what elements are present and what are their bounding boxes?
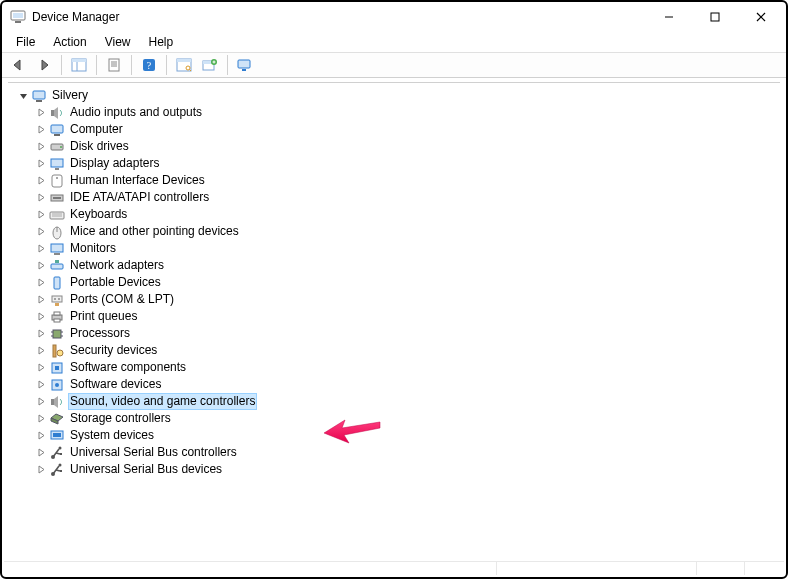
tree-item[interactable]: Print queues <box>34 308 780 325</box>
chevron-right-icon[interactable] <box>34 240 48 257</box>
tree-item[interactable]: Disk drives <box>34 138 780 155</box>
tree-item[interactable]: System devices <box>34 427 780 444</box>
chevron-right-icon[interactable] <box>34 257 48 274</box>
tree-item[interactable]: Security devices <box>34 342 780 359</box>
svg-point-52 <box>58 298 60 300</box>
toolbar-separator <box>166 55 167 75</box>
scan-hardware-button[interactable] <box>172 54 196 76</box>
menu-view[interactable]: View <box>97 34 139 50</box>
tree-item[interactable]: Processors <box>34 325 780 342</box>
system-icon <box>49 428 65 444</box>
svg-rect-35 <box>55 168 59 170</box>
ports-icon <box>49 292 65 308</box>
svg-rect-56 <box>54 319 60 322</box>
help-button[interactable]: ? <box>137 54 161 76</box>
menu-file[interactable]: File <box>8 34 43 50</box>
chevron-right-icon[interactable] <box>34 223 48 240</box>
tree-item-label: Security devices <box>68 342 159 359</box>
tree-item[interactable]: Keyboards <box>34 206 780 223</box>
svg-point-73 <box>59 446 62 449</box>
devices-by-connection-button[interactable] <box>233 54 257 76</box>
tree-item-label: Audio inputs and outputs <box>68 104 204 121</box>
maximize-button[interactable] <box>692 2 738 32</box>
chevron-right-icon[interactable] <box>34 121 48 138</box>
tree-item[interactable]: Portable Devices <box>34 274 780 291</box>
mouse-icon <box>49 224 65 240</box>
toolbar-separator <box>227 55 228 75</box>
svg-rect-34 <box>51 159 63 167</box>
storage-icon <box>49 411 65 427</box>
tree-item-label: Human Interface Devices <box>68 172 207 189</box>
tree-item[interactable]: Mice and other pointing devices <box>34 223 780 240</box>
tree-item[interactable]: Audio inputs and outputs <box>34 104 780 121</box>
tree-item[interactable]: Universal Serial Bus devices <box>34 461 780 478</box>
chevron-right-icon[interactable] <box>34 104 48 121</box>
chevron-right-icon[interactable] <box>34 427 48 444</box>
software-component-icon <box>49 360 65 376</box>
svg-rect-8 <box>72 59 86 62</box>
chevron-right-icon[interactable] <box>34 189 48 206</box>
software-icon <box>49 377 65 393</box>
chevron-right-icon[interactable] <box>34 308 48 325</box>
svg-rect-29 <box>51 110 54 116</box>
tree-item[interactable]: IDE ATA/ATAPI controllers <box>34 189 780 206</box>
chevron-right-icon[interactable] <box>34 291 48 308</box>
monitor-icon <box>49 241 65 257</box>
ide-icon <box>49 190 65 206</box>
svg-rect-26 <box>242 69 246 71</box>
svg-rect-50 <box>52 296 62 302</box>
back-button[interactable] <box>6 54 30 76</box>
tree-item-label: Mice and other pointing devices <box>68 223 241 240</box>
device-tree[interactable]: SilveryAudio inputs and outputsComputerD… <box>8 87 780 478</box>
tree-item[interactable]: Monitors <box>34 240 780 257</box>
keyboard-icon <box>49 207 65 223</box>
chevron-right-icon[interactable] <box>34 342 48 359</box>
window-title: Device Manager <box>32 10 119 24</box>
processor-icon <box>49 326 65 342</box>
chevron-right-icon[interactable] <box>34 359 48 376</box>
tree-item[interactable]: Network adapters <box>34 257 780 274</box>
chevron-right-icon[interactable] <box>34 444 48 461</box>
svg-rect-80 <box>60 470 62 472</box>
chevron-right-icon[interactable] <box>34 410 48 427</box>
properties-button[interactable] <box>102 54 126 76</box>
menu-help[interactable]: Help <box>141 34 182 50</box>
titlebar: Device Manager <box>2 2 786 32</box>
svg-rect-47 <box>51 264 63 269</box>
tree-item[interactable]: Human Interface Devices <box>34 172 780 189</box>
chevron-right-icon[interactable] <box>34 393 48 410</box>
tree-item[interactable]: Software devices <box>34 376 780 393</box>
svg-rect-68 <box>51 399 54 405</box>
chevron-right-icon[interactable] <box>34 274 48 291</box>
show-hide-tree-button[interactable] <box>67 54 91 76</box>
tree-item[interactable]: Display adapters <box>34 155 780 172</box>
svg-line-74 <box>56 453 60 454</box>
menu-action[interactable]: Action <box>45 34 94 50</box>
tree-item[interactable]: Software components <box>34 359 780 376</box>
chevron-right-icon[interactable] <box>34 325 48 342</box>
speaker-icon <box>49 394 65 410</box>
forward-button[interactable] <box>32 54 56 76</box>
chevron-right-icon[interactable] <box>34 172 48 189</box>
minimize-button[interactable] <box>646 2 692 32</box>
tree-item[interactable]: Universal Serial Bus controllers <box>34 444 780 461</box>
chevron-down-icon[interactable] <box>16 87 30 104</box>
close-button[interactable] <box>738 2 784 32</box>
tree-item-label: Print queues <box>68 308 139 325</box>
tree-item[interactable]: Sound, video and game controllers <box>34 393 780 410</box>
tree-item[interactable]: Storage controllers <box>34 410 780 427</box>
device-tree-area[interactable]: SilveryAudio inputs and outputsComputerD… <box>8 82 780 559</box>
hid-icon <box>49 173 65 189</box>
tree-item[interactable]: Ports (COM & LPT) <box>34 291 780 308</box>
chevron-right-icon[interactable] <box>34 138 48 155</box>
tree-item-label: Computer <box>68 121 125 138</box>
chevron-right-icon[interactable] <box>34 376 48 393</box>
tree-item-label: Keyboards <box>68 206 129 223</box>
svg-point-63 <box>57 350 63 356</box>
chevron-right-icon[interactable] <box>34 206 48 223</box>
chevron-right-icon[interactable] <box>34 461 48 478</box>
add-hardware-button[interactable] <box>198 54 222 76</box>
chevron-right-icon[interactable] <box>34 155 48 172</box>
tree-item[interactable]: Computer <box>34 121 780 138</box>
tree-root-node[interactable]: Silvery <box>16 87 780 104</box>
